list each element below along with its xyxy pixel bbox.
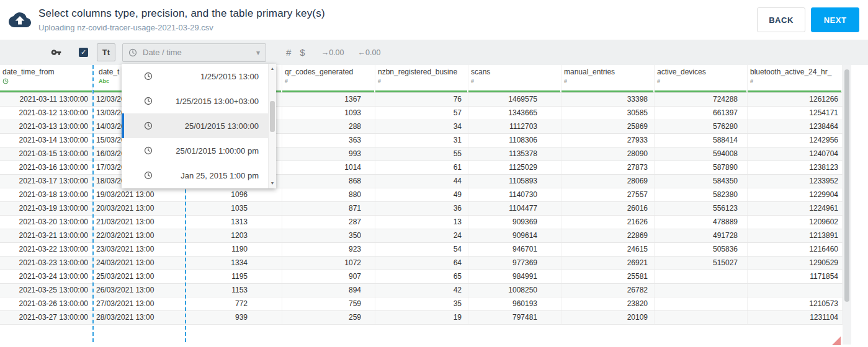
column-name: manual_entries: [562, 68, 648, 76]
table-cell: 28069: [562, 175, 655, 188]
table-cell: 27873: [562, 161, 655, 174]
column-header[interactable]: manual_entries#: [562, 65, 655, 93]
table-scrollbar[interactable]: [843, 65, 851, 345]
table-cell: 20109: [562, 311, 655, 324]
table-cell: 28/03/2021 13:00: [93, 311, 186, 324]
primary-key-icon[interactable]: [51, 47, 61, 58]
menu-scrollbar-thumb[interactable]: [270, 101, 275, 132]
table-cell: 1195: [186, 270, 282, 283]
next-button[interactable]: NEXT: [811, 7, 859, 32]
table-cell: 584350: [655, 175, 748, 188]
table-cell: 1096: [186, 188, 282, 201]
format-option[interactable]: 25/01/2015 13:00:00: [122, 113, 268, 138]
page-title: Select columns type, precision, and the …: [38, 7, 325, 20]
table-cell: 35: [375, 297, 468, 310]
scroll-up-icon[interactable]: ▲: [269, 65, 276, 72]
number-type-glyph: #: [748, 78, 838, 86]
table-cell: 1238123: [748, 161, 843, 174]
include-column-checkbox[interactable]: ✓: [79, 48, 88, 57]
error-corner-marker: [832, 336, 841, 345]
table-cell: 57: [375, 107, 468, 120]
column-header[interactable]: bluetooth_active_24_hr_#: [748, 65, 843, 93]
number-type-button[interactable]: #: [286, 47, 291, 58]
table-cell: 24/03/2021 13:00: [93, 257, 186, 270]
table-cell: 1367: [282, 93, 375, 106]
table-cell: 34: [375, 120, 468, 133]
table-cell: 1290529: [748, 257, 843, 270]
table-cell: 55: [375, 147, 468, 160]
format-option[interactable]: Jan 25, 2015 1:00 pm: [122, 163, 268, 188]
table-cell: 1233952: [748, 175, 843, 188]
table-row[interactable]: 2021-03-24 13:00:0025/03/2021 13:0011959…: [0, 270, 843, 284]
table-cell: 1240704: [748, 147, 843, 160]
table-cell: [655, 284, 748, 297]
table-row[interactable]: 2021-03-21 13:00:0022/03/2021 13:0012033…: [0, 229, 843, 243]
table-cell: 556123: [655, 202, 748, 215]
table-cell: 1343665: [468, 107, 562, 120]
column-header[interactable]: scans#: [468, 65, 562, 93]
column-quality-bar: [282, 90, 374, 92]
table-row[interactable]: 2021-03-26 13:00:0027/03/2021 13:0077275…: [0, 297, 843, 311]
column-quality-bar: [748, 90, 841, 92]
column-header[interactable]: active_devices#: [655, 65, 748, 93]
table-row[interactable]: 2021-03-23 13:00:0024/03/2021 13:0013341…: [0, 257, 843, 270]
table-cell: 907: [282, 270, 375, 283]
table-cell: 1035: [186, 202, 282, 215]
table-cell: 22869: [562, 229, 655, 242]
menu-scrollbar[interactable]: ▲ ▼: [268, 64, 276, 188]
back-button[interactable]: BACK: [757, 7, 805, 32]
table-row[interactable]: 2021-03-18 13:00:0019/03/2021 13:0010968…: [0, 188, 843, 202]
table-scrollbar-thumb[interactable]: [844, 69, 849, 302]
table-cell: [655, 270, 748, 283]
table-cell: 1072: [282, 257, 375, 270]
wizard-titles: Select columns type, precision, and the …: [38, 7, 325, 32]
format-option[interactable]: 25/01/2015 1:00:00 pm: [122, 138, 268, 163]
table-row[interactable]: 2021-03-27 13:00:0028/03/2021 13:0093925…: [0, 311, 843, 325]
column-header[interactable]: date_time_from: [0, 65, 93, 93]
table-cell: 1153: [186, 284, 282, 297]
text-type-button[interactable]: Tt: [97, 43, 115, 61]
table-row[interactable]: 2021-03-20 13:00:0021/03/2021 13:0013132…: [0, 216, 843, 229]
table-cell: 2021-03-20 13:00:00: [0, 216, 93, 229]
table-cell: 65: [375, 270, 468, 283]
table-cell: 894: [282, 284, 375, 297]
table-cell: 23820: [562, 297, 655, 310]
datetime-format-select[interactable]: Date / time ▾: [122, 43, 266, 62]
table-cell: 2021-03-19 13:00:00: [0, 202, 93, 215]
increase-decimals-button[interactable]: →0.00: [321, 48, 344, 57]
table-row[interactable]: 2021-03-25 13:00:0026/03/2021 13:0011538…: [0, 284, 843, 297]
table-cell: 1334: [186, 257, 282, 270]
table-cell: 1171854: [748, 270, 843, 283]
column-header[interactable]: nzbn_registered_busine#: [375, 65, 468, 93]
chevron-down-icon: ▾: [256, 48, 260, 57]
table-row[interactable]: 2021-03-22 13:00:0023/03/2021 13:0011909…: [0, 243, 843, 257]
table-cell: 19/03/2021 13:00: [93, 188, 186, 201]
table-cell: 28090: [562, 147, 655, 160]
table-cell: 594008: [655, 147, 748, 160]
table-cell: 772: [186, 297, 282, 310]
table-cell: 22/03/2021 13:00: [93, 229, 186, 242]
table-cell: 1261266: [748, 93, 843, 106]
table-cell: 1229904: [748, 188, 843, 201]
column-quality-bar: [0, 90, 92, 92]
format-option[interactable]: 1/25/2015 13:00: [122, 64, 268, 89]
upload-cloud-icon: [9, 9, 31, 31]
table-cell: 2021-03-14 13:00:00: [0, 134, 93, 147]
table-cell: 363: [282, 134, 375, 147]
format-option[interactable]: 1/25/2015 13:00+03:00: [122, 89, 268, 113]
table-cell: 42: [375, 284, 468, 297]
currency-type-button[interactable]: $: [300, 47, 305, 58]
table-cell: 1008250: [468, 284, 562, 297]
table-cell: 1216460: [748, 243, 843, 256]
table-cell: 1203: [186, 229, 282, 242]
table-row[interactable]: 2021-03-19 13:00:0020/03/2021 13:0010358…: [0, 202, 843, 216]
table-cell: 939: [186, 311, 282, 324]
scroll-down-icon[interactable]: ▼: [269, 180, 276, 187]
table-cell: 2021-03-11 13:00:00: [0, 93, 93, 106]
table-cell: 868: [282, 175, 375, 188]
table-cell: 960193: [468, 297, 562, 310]
decrease-decimals-button[interactable]: ←0.00: [358, 48, 381, 57]
column-header[interactable]: qr_codes_generated#: [282, 65, 375, 93]
table-cell: 1108306: [468, 134, 562, 147]
table-cell: 64: [375, 257, 468, 270]
